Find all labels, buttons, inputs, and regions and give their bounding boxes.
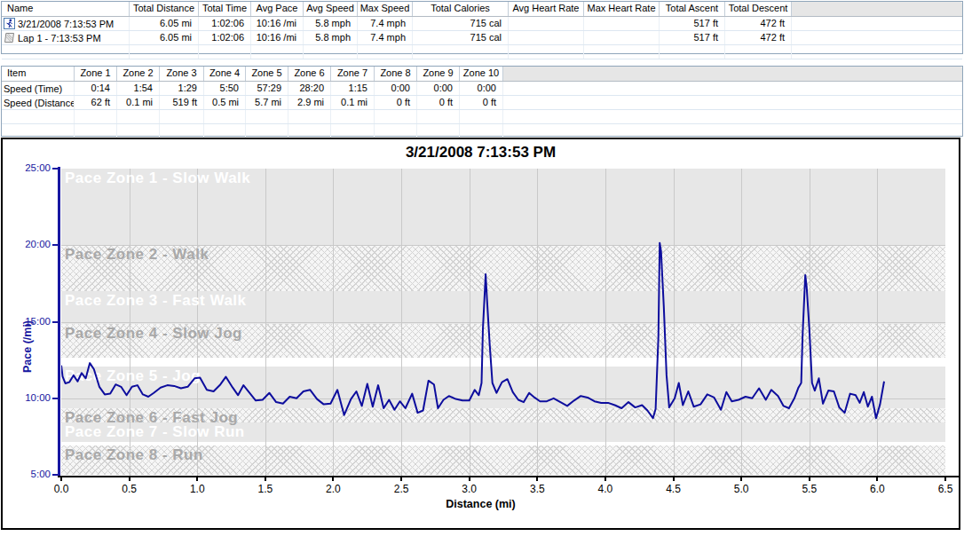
chart-plot-area[interactable]: Pace Zone 1 - Slow WalkPace Zone 2 - Wal… bbox=[61, 169, 945, 476]
cell: 519 ft bbox=[160, 96, 204, 109]
cell bbox=[509, 17, 584, 30]
column-header-zone-6[interactable]: Zone 6 bbox=[288, 67, 331, 81]
cell bbox=[117, 110, 160, 123]
cell: 0.1 mi bbox=[331, 96, 375, 109]
x-tick-label: 3.0 bbox=[452, 483, 487, 495]
cell bbox=[2, 110, 75, 123]
cell: 5:50 bbox=[204, 82, 246, 95]
cell: 5.8 mph bbox=[304, 31, 358, 44]
x-tick-label: 1.0 bbox=[179, 483, 215, 495]
column-header-zone-5[interactable]: Zone 5 bbox=[246, 67, 288, 81]
x-axis-tick bbox=[60, 477, 62, 481]
column-header-max-speed[interactable]: Max Speed bbox=[358, 2, 413, 16]
column-header-max-heart-rate[interactable]: Max Heart Rate bbox=[584, 2, 660, 16]
column-header-zone-8[interactable]: Zone 8 bbox=[375, 67, 417, 81]
column-header-total-time[interactable]: Total Time bbox=[199, 2, 251, 16]
column-header-zone-7[interactable]: Zone 7 bbox=[331, 67, 375, 81]
column-header-zone-1[interactable]: Zone 1 bbox=[75, 67, 117, 81]
y-axis-tick bbox=[52, 168, 59, 170]
cell: 0:00 bbox=[417, 82, 460, 95]
x-axis-tick bbox=[673, 477, 675, 481]
x-axis-tick bbox=[196, 477, 198, 481]
cell: 1:02:06 bbox=[199, 31, 251, 44]
cell: 472 ft bbox=[725, 31, 792, 44]
column-header-zone-3[interactable]: Zone 3 bbox=[160, 67, 204, 81]
cell bbox=[660, 45, 725, 59]
y-tick-label: 25:00 bbox=[13, 162, 51, 173]
column-header-zone-10[interactable]: Zone 10 bbox=[460, 67, 503, 81]
y-axis-title: Pace (/mi) bbox=[21, 289, 35, 405]
cell: 1:29 bbox=[160, 82, 204, 95]
x-axis-tick bbox=[265, 477, 266, 481]
column-header-item[interactable]: Item bbox=[2, 67, 75, 81]
summary-table-body: 3/21/2008 7:13:53 PM6.05 mi1:02:0610:16 … bbox=[2, 17, 962, 59]
y-tick-label: 20:00 bbox=[13, 239, 51, 249]
column-header-total-descent[interactable]: Total Descent bbox=[725, 2, 792, 16]
cell bbox=[725, 45, 792, 59]
cell bbox=[246, 124, 288, 138]
chart-title: 3/21/2008 7:13:53 PM bbox=[3, 144, 959, 162]
cell bbox=[375, 110, 417, 123]
zone-row[interactable]: Speed (Time)0:141:541:295:5057:2928:201:… bbox=[2, 82, 962, 96]
x-tick-label: 6.0 bbox=[859, 483, 895, 495]
x-tick-label: 4.5 bbox=[656, 483, 691, 495]
x-tick-label: 6.5 bbox=[928, 483, 963, 495]
cell: 0:14 bbox=[75, 82, 117, 95]
cell: 0.1 mi bbox=[117, 96, 160, 109]
cell: 7.4 mph bbox=[358, 31, 413, 44]
cell bbox=[331, 110, 375, 123]
column-header-total-distance[interactable]: Total Distance bbox=[130, 2, 199, 16]
x-axis-tick bbox=[944, 477, 946, 481]
summary-row[interactable]: Lap 1 - 7:13:53 PM6.05 mi1:02:0610:16 /m… bbox=[2, 31, 962, 45]
cell: 10:16 /mi bbox=[251, 31, 304, 44]
x-axis-tick bbox=[809, 477, 810, 481]
cell bbox=[417, 124, 460, 138]
empty-row bbox=[2, 110, 962, 124]
row-filler bbox=[792, 17, 962, 30]
zone-row[interactable]: Speed (Distance)62 ft0.1 mi519 ft0.5 mi5… bbox=[2, 96, 962, 110]
column-header-zone-2[interactable]: Zone 2 bbox=[117, 67, 160, 81]
row-filler bbox=[503, 124, 962, 138]
cell: 57:29 bbox=[246, 82, 288, 95]
y-tick-label: 5:00 bbox=[13, 469, 51, 479]
pace-line-layer bbox=[61, 169, 945, 476]
zone-table-header: ItemZone 1Zone 2Zone 3Zone 4Zone 5Zone 6… bbox=[2, 67, 962, 82]
cell: 7.4 mph bbox=[358, 17, 413, 30]
cell bbox=[75, 110, 117, 123]
cell bbox=[160, 110, 204, 123]
cell bbox=[584, 17, 660, 30]
column-header-name[interactable]: Name bbox=[2, 2, 130, 16]
column-header-zone-4[interactable]: Zone 4 bbox=[204, 67, 246, 81]
cell: 6.05 mi bbox=[130, 17, 199, 30]
cell: 2.9 mi bbox=[288, 96, 331, 109]
column-header-avg-heart-rate[interactable]: Avg Heart Rate bbox=[509, 2, 584, 16]
row-filler bbox=[792, 45, 962, 59]
summary-table-header: NameTotal DistanceTotal TimeAvg PaceAvg … bbox=[2, 2, 962, 17]
row-name-cell: 3/21/2008 7:13:53 PM bbox=[2, 17, 130, 30]
column-header-total-ascent[interactable]: Total Ascent bbox=[660, 2, 725, 16]
row-label: Speed (Distance) bbox=[4, 97, 75, 109]
column-header-total-calories[interactable]: Total Calories bbox=[413, 2, 509, 16]
x-tick-label: 3.5 bbox=[519, 483, 555, 495]
cell bbox=[509, 45, 584, 59]
cell bbox=[204, 124, 246, 138]
cell: 1:54 bbox=[117, 82, 160, 95]
row-filler bbox=[503, 82, 962, 95]
summary-row[interactable]: 3/21/2008 7:13:53 PM6.05 mi1:02:0610:16 … bbox=[2, 17, 962, 31]
runner-activity-icon bbox=[4, 18, 15, 29]
cell: 28:20 bbox=[288, 82, 331, 95]
cell: 62 ft bbox=[75, 96, 117, 109]
pace-chart-panel: 3/21/2008 7:13:53 PM Pace Zone 1 - Slow … bbox=[1, 138, 960, 530]
column-header-zone-9[interactable]: Zone 9 bbox=[417, 67, 460, 81]
cell: 1:15 bbox=[331, 82, 375, 95]
cell bbox=[417, 110, 460, 123]
x-tick-label: 5.5 bbox=[792, 483, 827, 495]
x-axis-tick bbox=[604, 477, 606, 481]
column-header-avg-speed[interactable]: Avg Speed bbox=[304, 2, 358, 16]
x-tick-label: 5.0 bbox=[723, 483, 759, 495]
cell: 715 cal bbox=[413, 17, 509, 30]
row-label: Speed (Time) bbox=[4, 83, 62, 95]
cell bbox=[460, 110, 503, 123]
row-name-cell: Speed (Time) bbox=[2, 82, 75, 95]
column-header-avg-pace[interactable]: Avg Pace bbox=[251, 2, 304, 16]
